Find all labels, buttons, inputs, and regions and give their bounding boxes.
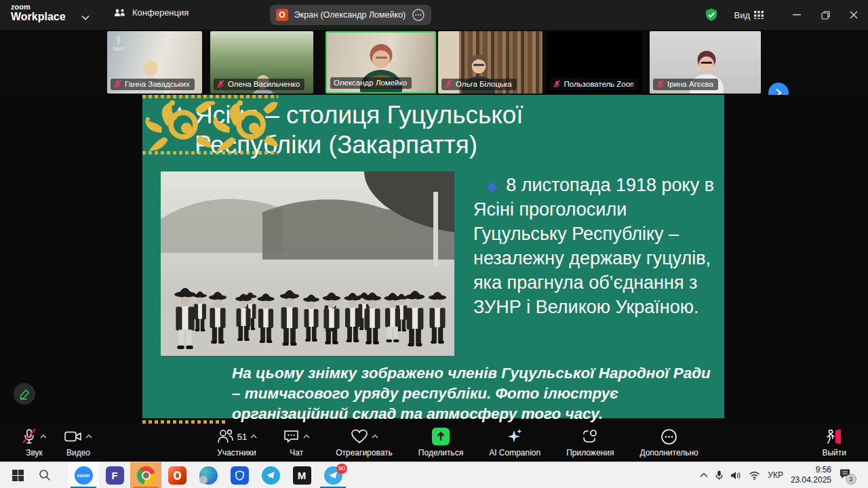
taskbar-m-app[interactable]: M: [286, 462, 317, 488]
muted-mic-icon: [445, 80, 452, 88]
tray-mic-icon[interactable]: [715, 470, 723, 481]
search-button[interactable]: [31, 462, 58, 488]
chevron-up-icon[interactable]: [250, 434, 257, 439]
participant-video-1[interactable]: ТДАТУ Ганна Завадських: [107, 31, 202, 94]
participant-name: Ольга Білоцька: [456, 80, 512, 88]
camera-icon: [64, 430, 82, 443]
diamond-bullet-icon: ◆: [487, 178, 498, 194]
shared-screen-stage: Ясіня – столиця Гуцульської Республіки (…: [0, 95, 868, 424]
start-button[interactable]: [4, 462, 31, 488]
taskbar-f-app[interactable]: F: [99, 462, 130, 488]
chat-icon: [283, 428, 300, 445]
chat-button[interactable]: Чат: [279, 424, 314, 462]
tray-speaker-icon[interactable]: [730, 471, 741, 480]
m-app-icon: M: [293, 466, 311, 485]
muted-mic-icon: [114, 80, 121, 88]
view-grid-icon: [754, 11, 764, 19]
zoom-app-icon: zoom: [75, 466, 93, 485]
windows-taskbar: zoom F: [0, 462, 868, 488]
logo-workplace-text: Workplace: [11, 12, 66, 22]
zoom-workplace-logo: zoom Workplace: [11, 3, 66, 22]
apps-icon: [582, 428, 598, 445]
telegram-icon: [262, 466, 280, 485]
participant-video-3-active-speaker[interactable]: Олександр Ломейко: [326, 31, 436, 94]
view-button[interactable]: Вид: [734, 10, 764, 20]
edge-icon: [199, 466, 218, 485]
taskbar-chrome-app[interactable]: [130, 462, 161, 488]
participants-button[interactable]: 51 Участники: [212, 424, 261, 462]
notification-center-button[interactable]: 2: [839, 468, 851, 483]
participant-name: Пользователь Zoom: [564, 80, 633, 88]
view-label: Вид: [734, 10, 750, 20]
participant-video-2[interactable]: Олена Васильченко: [210, 31, 313, 94]
ellipsis-circle-icon: [660, 428, 677, 445]
participant-name: Ганна Завадських: [125, 80, 190, 88]
tdatu-logo-watermark: ТДАТУ: [113, 35, 125, 51]
participant-video-5[interactable]: Пользователь Zoom: [547, 31, 642, 94]
tab-meeting[interactable]: Конференция: [114, 7, 189, 18]
heart-icon: [351, 428, 368, 445]
ai-companion-button[interactable]: AI Companion: [485, 424, 545, 462]
muted-mic-icon: [217, 80, 224, 88]
shared-app-icon: O: [276, 9, 288, 21]
apps-button[interactable]: Приложения: [562, 424, 618, 462]
titlebar: zoom Workplace Конференция O Экран (Олек…: [0, 0, 868, 30]
meeting-toolbar: Звук Видео 51: [0, 424, 868, 462]
language-indicator[interactable]: УКР: [768, 470, 783, 480]
mic-muted-icon: [22, 428, 37, 445]
group-photo-hutsul-council: [161, 171, 454, 356]
share-screen-button[interactable]: Поделиться: [414, 424, 467, 462]
people-icon: [114, 8, 126, 18]
participant-video-4[interactable]: Ольга Білоцька: [438, 31, 542, 94]
more-button[interactable]: Дополнительно: [635, 424, 702, 462]
windows-logo-icon: [12, 470, 24, 481]
workspace-dropdown-chevron-icon[interactable]: [81, 11, 90, 23]
taskbar-bitwarden-app[interactable]: [224, 462, 255, 488]
chrome-icon: [137, 466, 155, 485]
tab-shared-screen[interactable]: O Экран (Олександр Ломейко): [270, 5, 431, 25]
share-options-ellipsis-icon[interactable]: [412, 8, 425, 22]
zoom-meeting-window: zoom Workplace Конференция O Экран (Олек…: [0, 0, 868, 488]
annotate-button[interactable]: [14, 383, 35, 405]
video-gallery-strip: ТДАТУ Ганна Завадських Олена Васильченко: [0, 30, 868, 95]
tray-date: 23.04.2025: [791, 475, 831, 485]
floral-ornament-top-right: [142, 95, 278, 155]
search-icon: [39, 469, 51, 481]
close-button[interactable]: [840, 0, 868, 30]
video-button[interactable]: Видео: [60, 424, 96, 462]
taskbar-office-app[interactable]: [161, 462, 193, 488]
taskbar-telegram2-app[interactable]: 90: [317, 462, 349, 488]
clock[interactable]: 9:56 23.04.2025: [791, 465, 831, 485]
participants-count: 51: [237, 432, 247, 442]
leave-door-icon: [825, 428, 843, 445]
chevron-up-icon[interactable]: [85, 434, 92, 439]
participant-name: Олена Васильченко: [228, 80, 300, 88]
taskbar-telegram-app[interactable]: [255, 462, 286, 488]
minimize-button[interactable]: [783, 0, 811, 30]
chevron-up-icon[interactable]: [303, 434, 310, 439]
tray-chevron-up-icon[interactable]: [700, 472, 708, 478]
security-shield-icon[interactable]: [704, 7, 719, 22]
tab-meeting-label: Конференция: [132, 7, 189, 18]
chevron-up-icon[interactable]: [40, 434, 47, 439]
f-app-icon: F: [106, 466, 124, 485]
audio-button[interactable]: Звук: [18, 424, 51, 462]
telegram-unread-badge: 90: [336, 464, 347, 474]
taskbar-zoom-app[interactable]: zoom: [68, 462, 99, 488]
share-icon: [432, 428, 450, 445]
leave-button[interactable]: Выйти: [818, 424, 850, 462]
pencil-icon: [19, 388, 31, 400]
participant-name: Ірина Агєєва: [667, 80, 713, 88]
notification-badge: 2: [846, 474, 856, 485]
tray-wifi-icon[interactable]: [749, 471, 760, 480]
restore-button[interactable]: [811, 0, 840, 30]
chevron-up-icon[interactable]: [372, 434, 378, 439]
muted-mic-icon: [553, 80, 560, 88]
system-tray: УКР 9:56 23.04.2025 2: [700, 465, 868, 485]
muted-mic-icon: [656, 80, 664, 88]
taskbar-edge-app[interactable]: [193, 462, 224, 488]
shared-screen-label: Экран (Олександр Ломейко): [294, 10, 406, 20]
react-button[interactable]: Отреагировать: [332, 424, 397, 462]
participant-video-6[interactable]: Ірина Агєєва: [650, 31, 761, 94]
sparkle-icon: [506, 428, 524, 445]
